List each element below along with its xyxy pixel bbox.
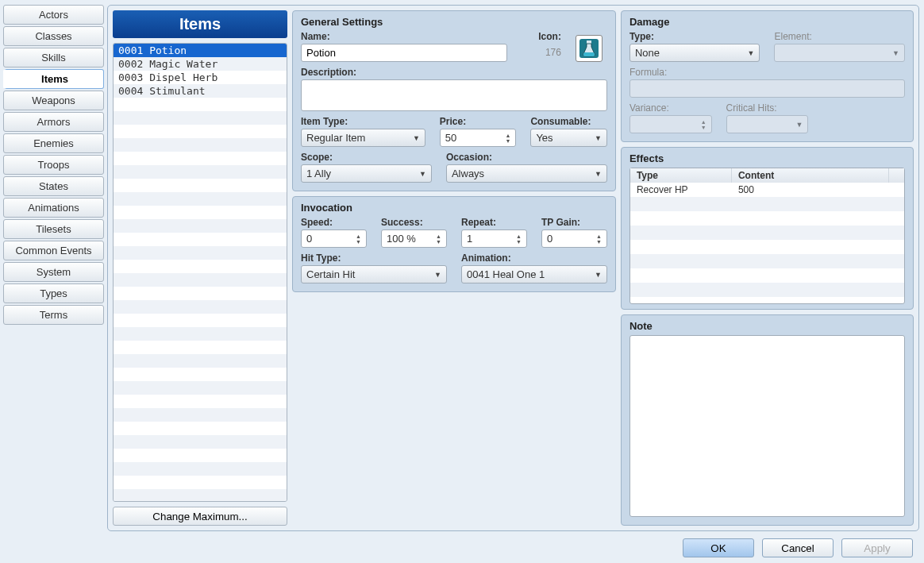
crit-label: Critical Hits: [726,102,809,114]
animation-select[interactable]: 0041 Heal One 1▼ [461,265,607,283]
effects-row[interactable] [630,297,904,303]
list-item[interactable]: 0003 Dispel Herb [114,71,287,84]
hittype-select[interactable]: Certain Hit▼ [301,265,447,283]
list-item-empty [114,98,287,111]
damage-title: Damage [629,16,905,28]
list-item-empty [114,165,287,179]
cancel-button[interactable]: Cancel [762,538,834,557]
tab-skills[interactable]: Skills [3,48,104,67]
editor-panels: General Settings Name: Icon: 176 [292,10,914,526]
effects-row[interactable] [630,268,904,283]
chevron-down-icon: ▼ [595,271,602,279]
spinner-icon[interactable]: ▲▼ [516,233,522,245]
tab-animations[interactable]: Animations [3,198,104,218]
tpgain-input[interactable]: 0▲▼ [541,229,607,248]
tab-types[interactable]: Types [3,283,104,303]
effects-header-row: Type Content [630,168,904,183]
list-item-empty [114,192,287,206]
list-item-empty [114,125,287,138]
tab-common-events[interactable]: Common Events [3,241,104,260]
content-panel: Items 0001 Potion0002 Magic Water0003 Di… [107,5,919,531]
price-label: Price: [440,116,517,127]
invocation-group: Invocation Speed: 0▲▼ Success: 100 %▲▼ R… [292,196,616,292]
tab-system[interactable]: System [3,262,104,282]
dialog-footer: OK Cancel Apply [0,533,924,563]
list-item-empty [114,314,287,327]
scope-select[interactable]: 1 Ally▼ [301,164,432,183]
list-item[interactable]: 0004 Stimulant [114,84,287,98]
consumable-label: Consumable: [530,116,607,127]
occasion-label: Occasion: [446,152,607,163]
change-maximum-button[interactable]: Change Maximum... [113,507,287,526]
tab-states[interactable]: States [3,176,104,196]
hittype-label: Hit Type: [301,253,447,264]
speed-input[interactable]: 0▲▼ [301,229,367,248]
chevron-down-icon: ▼ [419,170,426,178]
repeat-input[interactable]: 1▲▼ [461,229,527,248]
tab-tilesets[interactable]: Tilesets [3,219,104,239]
chevron-down-icon: ▼ [795,121,803,129]
price-input[interactable]: 50▲▼ [440,129,517,147]
damage-type-select[interactable]: None▼ [629,44,760,62]
spinner-icon[interactable]: ▲▼ [356,233,361,245]
list-item-empty [114,449,287,462]
general-settings-group: General Settings Name: Icon: 176 [292,10,616,191]
description-input[interactable] [301,79,607,111]
list-item-empty [114,287,287,300]
tab-armors[interactable]: Armors [3,112,104,132]
effects-header-spacer [888,168,904,183]
list-item-empty [114,300,287,314]
chevron-down-icon: ▼ [434,271,441,279]
spinner-icon[interactable]: ▲▼ [505,133,510,144]
list-item-empty [114,246,287,260]
tab-weapons[interactable]: Weapons [3,91,104,110]
crit-select: ▼ [726,115,809,133]
potion-icon [579,38,599,59]
list-item-empty [114,476,287,489]
apply-button: Apply [841,538,913,557]
consumable-select[interactable]: Yes▼ [530,129,607,147]
tab-enemies[interactable]: Enemies [3,133,104,153]
chevron-down-icon: ▼ [413,134,420,142]
scope-label: Scope: [301,152,432,163]
formula-input [629,79,905,98]
item-list[interactable]: 0001 Potion0002 Magic Water0003 Dispel H… [113,43,287,502]
icon-selector[interactable] [576,35,603,62]
list-item[interactable]: 0002 Magic Water [114,57,287,71]
ok-button[interactable]: OK [683,538,754,557]
list-item-empty [114,408,287,422]
item-list-panel: Items 0001 Potion0002 Magic Water0003 Di… [113,10,287,526]
effects-row[interactable] [630,226,904,240]
effects-row[interactable] [630,283,904,297]
list-item-empty [114,489,287,502]
tab-terms[interactable]: Terms [3,305,104,325]
tab-actors[interactable]: Actors [3,5,104,25]
list-item-empty [114,368,287,381]
tab-troops[interactable]: Troops [3,155,104,175]
element-select: ▼ [774,44,905,62]
effects-row[interactable] [630,254,904,268]
tab-items[interactable]: Items [3,69,104,89]
name-input[interactable] [301,44,507,62]
success-input[interactable]: 100 %▲▼ [381,229,447,248]
tpgain-label: TP Gain: [541,217,607,228]
note-textarea[interactable] [629,335,905,517]
success-label: Success: [381,217,447,228]
item-type-select[interactable]: Regular Item▼ [301,129,425,147]
effects-row[interactable] [630,240,904,254]
effects-row[interactable]: Recover HP500 [630,183,904,197]
effects-row[interactable] [630,197,904,211]
list-item[interactable]: 0001 Potion [114,44,287,57]
effects-table[interactable]: Type Content Recover HP500 [629,168,905,304]
list-item-empty [114,341,287,354]
effects-row[interactable] [630,211,904,226]
item-type-label: Item Type: [301,116,425,127]
spinner-icon[interactable]: ▲▼ [436,233,441,245]
occasion-select[interactable]: Always▼ [446,164,607,183]
spinner-icon[interactable]: ▲▼ [596,233,602,245]
tab-classes[interactable]: Classes [3,26,104,46]
animation-label: Animation: [461,253,607,264]
repeat-label: Repeat: [461,217,527,228]
list-item-empty [114,327,287,341]
name-label: Name: [301,31,507,42]
